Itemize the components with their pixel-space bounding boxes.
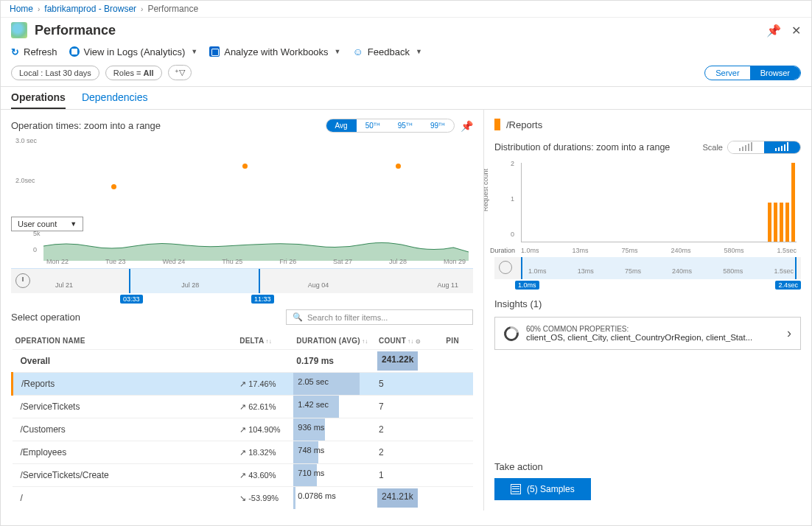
y-axis-tick: 0 <box>33 246 37 253</box>
pin-chart-icon[interactable]: 📌 <box>461 120 473 132</box>
pin-icon[interactable]: 📌 <box>766 24 781 38</box>
insights-heading: Insights (1) <box>494 298 801 309</box>
x-axis-labels: Mon 22Tue 23Wed 24Thu 25Fri 26Sat 27Jul … <box>43 258 469 265</box>
duration-range-slider[interactable]: 1.0ms13ms75ms240ms580ms1.5sec 1.0ms 2.4s… <box>494 257 801 279</box>
table-row[interactable]: /ServiceTickets↗ 62.61%1.42 sec7 <box>13 396 474 418</box>
series-color-swatch <box>494 119 500 130</box>
page-title: Performance <box>35 23 759 38</box>
data-point <box>111 184 116 189</box>
data-point <box>242 164 248 169</box>
workbook-icon <box>209 46 220 57</box>
filter-row: Local : Last 30 days Roles = All ⁺▽ Serv… <box>1 65 811 87</box>
toolbar: ↻Refresh View in Logs (Analytics)▼ Analy… <box>1 41 811 65</box>
roles-filter-pill[interactable]: Roles = All <box>105 66 162 80</box>
y-axis-tick: 2 <box>511 160 514 167</box>
close-icon[interactable]: ✕ <box>791 24 801 38</box>
y-axis-tick: 1 <box>511 195 514 203</box>
toggle-server[interactable]: Server <box>705 66 749 80</box>
col-count[interactable]: Count↑↓ ⊙ <box>376 332 443 350</box>
table-row[interactable]: Overall 0.179 ms241.22k <box>13 350 474 373</box>
chevron-down-icon: ▼ <box>416 48 422 55</box>
toggle-99th[interactable]: 99ᵀᴴ <box>421 119 454 132</box>
tab-dependencies[interactable]: Dependencies <box>82 91 148 109</box>
table-row[interactable]: /Customers↗ 104.90%936 ms2 <box>13 418 474 441</box>
chevron-down-icon: ▼ <box>191 48 197 55</box>
page-title-row: Performance 📌 ✕ <box>1 18 811 41</box>
scale-log[interactable] <box>764 141 800 153</box>
scale-label: Scale <box>702 143 723 152</box>
breadcrumb-app[interactable]: fabrikamprod - Browser <box>44 4 136 14</box>
y-axis-tick: 3.0 sec <box>15 137 37 144</box>
toggle-50th[interactable]: 50ᵀᴴ <box>357 119 389 132</box>
y-axis-tick: 0 <box>511 231 514 238</box>
chart-title: Operation times: zoom into a range <box>11 120 326 131</box>
clock-icon <box>15 273 30 288</box>
time-filter-pill[interactable]: Local : Last 30 days <box>11 66 99 80</box>
clock-icon <box>499 261 512 274</box>
scale-toggle[interactable] <box>727 141 801 154</box>
col-delta[interactable]: Delta↑↓ <box>237 332 293 350</box>
analyze-workbooks-button[interactable]: Analyze with Workbooks▼ <box>209 46 340 57</box>
table-row[interactable]: /Employees↗ 18.32%748 ms2 <box>13 441 474 464</box>
operations-table: Operation name Delta↑↓ Duration (avg)↑↓ … <box>11 332 473 509</box>
toggle-95th[interactable]: 95ᵀᴴ <box>389 119 421 132</box>
chevron-right-icon: › <box>141 5 143 13</box>
feedback-button[interactable]: ☺Feedback▼ <box>353 46 422 57</box>
chevron-right-icon: › <box>787 326 791 341</box>
refresh-icon: ↻ <box>11 46 19 57</box>
chevron-down-icon: ▼ <box>70 220 77 228</box>
breadcrumb-home[interactable]: Home <box>10 4 33 14</box>
right-panel-title: /Reports <box>494 119 801 130</box>
toggle-avg[interactable]: Avg <box>326 119 357 132</box>
operation-times-chart[interactable]: 3.0 sec 2.0sec <box>11 137 473 217</box>
feedback-icon: ☺ <box>353 46 363 57</box>
table-row[interactable]: /↘ -53.99%0.0786 ms241.21k <box>13 487 474 510</box>
col-duration[interactable]: Duration (avg)↑↓ <box>293 332 376 350</box>
percentile-toggle[interactable]: Avg 50ᵀᴴ 95ᵀᴴ 99ᵀᴴ <box>326 119 455 133</box>
user-count-select[interactable]: User count▼ <box>11 217 83 231</box>
x-axis-label: Duration <box>490 247 515 254</box>
table-row[interactable]: /Reports↗ 17.46%2.05 sec5 <box>13 373 474 396</box>
scale-linear[interactable] <box>728 141 764 153</box>
logs-icon <box>69 46 80 57</box>
server-browser-toggle[interactable]: Server Browser <box>704 66 801 80</box>
y-axis-label: Request count <box>484 169 489 211</box>
select-operation-title: Select operation <box>11 312 286 323</box>
distribution-chart[interactable]: Request count 2 1 0 Duration 1.0ms13ms75… <box>494 160 801 256</box>
range-start-tag: 03:33 <box>120 295 143 304</box>
range-end-tag: 2.4sec <box>775 281 801 290</box>
breadcrumb: Home › fabrikamprod - Browser › Performa… <box>1 1 811 18</box>
progress-ring-icon <box>501 323 522 344</box>
performance-icon <box>11 22 27 38</box>
range-end-tag: 11:33 <box>251 295 274 304</box>
range-start-tag: 1.0ms <box>515 281 539 290</box>
take-action-heading: Take action <box>494 461 801 472</box>
view-logs-button[interactable]: View in Logs (Analytics)▼ <box>69 46 198 57</box>
samples-button[interactable]: (5) Samples <box>494 478 591 500</box>
list-icon <box>511 484 521 494</box>
tabs: Operations Dependencies <box>1 87 811 110</box>
col-pin[interactable]: Pin <box>443 332 473 350</box>
x-axis-labels: 1.0ms13ms75ms240ms580ms1.5sec <box>521 247 797 254</box>
search-input[interactable]: 🔍Search to filter items... <box>286 309 473 325</box>
y-axis-tick: 5k <box>33 230 41 237</box>
tab-operations[interactable]: Operations <box>11 91 66 109</box>
data-point <box>396 164 401 169</box>
toggle-browser[interactable]: Browser <box>750 66 800 80</box>
user-count-chart[interactable]: 5k 0 Mon 22Tue 23Wed 24Thu 25Fri 26Sat 2… <box>11 231 473 265</box>
add-filter-button[interactable]: ⁺▽ <box>168 65 192 80</box>
chevron-right-icon: › <box>38 5 40 13</box>
distribution-title: Distribution of durations: zoom into a r… <box>494 142 698 152</box>
search-icon: 🔍 <box>293 312 303 322</box>
table-row[interactable]: /ServiceTickets/Create↗ 43.60%710 ms1 <box>13 464 474 487</box>
y-axis-tick: 2.0sec <box>15 177 35 184</box>
time-range-slider[interactable]: Jul 21Jul 28Aug 04Aug 11 03:33 11:33 <box>11 268 473 293</box>
chevron-down-icon: ▼ <box>335 48 341 55</box>
col-operation-name[interactable]: Operation name <box>13 332 237 350</box>
refresh-button[interactable]: ↻Refresh <box>11 46 57 57</box>
breadcrumb-current: Performance <box>147 4 198 14</box>
insight-card[interactable]: 60% COMMON PROPERTIES:client_OS, client_… <box>494 317 801 350</box>
